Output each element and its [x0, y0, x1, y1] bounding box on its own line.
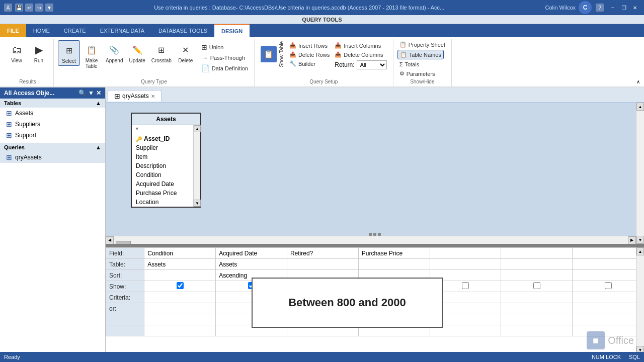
- customize-icon[interactable]: ▼: [45, 4, 53, 12]
- delete-columns-button[interactable]: 📤 Delete Columns: [333, 50, 388, 59]
- sort-cell-condition[interactable]: [144, 270, 216, 281]
- save-icon[interactable]: 💾: [15, 4, 23, 12]
- sort-cell-6[interactable]: [501, 270, 573, 281]
- assets-field-id[interactable]: 🔑 Asset_ID: [132, 134, 193, 143]
- table-cell-7[interactable]: [573, 259, 644, 270]
- criteria-cell-7[interactable]: [573, 292, 644, 303]
- show-cell-7[interactable]: [573, 281, 644, 292]
- show-checkbox-condition[interactable]: [177, 282, 184, 289]
- redo-icon[interactable]: ↪: [35, 4, 43, 12]
- sidebar-item-suppliers[interactable]: ⊞ Suppliers: [0, 119, 105, 130]
- view-button[interactable]: 🗂 View: [6, 40, 27, 65]
- tab-database-tools[interactable]: DATABASE TOOLS: [151, 24, 214, 37]
- field-cell-7[interactable]: [573, 248, 644, 259]
- or-cell-7[interactable]: [573, 303, 644, 314]
- field-cell-acquired-date[interactable]: Acquired Date: [216, 248, 287, 259]
- assets-field-item[interactable]: Item: [132, 152, 193, 161]
- insert-rows-button[interactable]: 📥 Insert Rows: [287, 41, 332, 50]
- parameters-button[interactable]: ⚙ Parameters: [397, 69, 437, 78]
- top-hscroll-right[interactable]: ▶: [628, 236, 636, 244]
- pass-through-button[interactable]: → Pass-Through: [199, 53, 250, 63]
- data-definition-button[interactable]: 📄 Data Definition: [199, 63, 250, 73]
- append-button[interactable]: 📎 Append: [103, 40, 125, 65]
- field-cell-6[interactable]: [501, 248, 573, 259]
- scroll-down-arrow[interactable]: ▼: [194, 200, 201, 207]
- collapse-ribbon-button[interactable]: ∧: [634, 77, 642, 85]
- tab-external-data[interactable]: EXTERNAL DATA: [93, 24, 151, 37]
- assets-field-all[interactable]: *: [132, 125, 193, 134]
- sort-cell-7[interactable]: [573, 270, 644, 281]
- scroll-up-arrow[interactable]: ▲: [194, 125, 201, 132]
- help-icon[interactable]: ?: [596, 4, 604, 12]
- or-cell-condition[interactable]: [144, 303, 216, 314]
- field-cell-5[interactable]: [430, 248, 501, 259]
- top-hscroll-thumb[interactable]: [116, 241, 131, 244]
- tab-close-icon[interactable]: ✕: [151, 94, 155, 99]
- show-cell-condition[interactable]: [144, 281, 216, 292]
- table-names-button[interactable]: 📋 Table Names: [397, 50, 444, 59]
- sidebar-item-qryassets[interactable]: ⊞ qryAssets: [0, 152, 105, 163]
- insert-columns-button[interactable]: 📥 Insert Columns: [333, 41, 388, 50]
- table-cell-condition[interactable]: Assets: [144, 259, 216, 270]
- update-button[interactable]: ✏️ Update: [126, 40, 147, 65]
- queries-section-header[interactable]: Queries ▲: [0, 143, 105, 152]
- field-cell-purchase-price[interactable]: Purchase Price: [358, 248, 430, 259]
- grid-vscroll-up[interactable]: ▲: [636, 247, 644, 255]
- show-cell-6[interactable]: [501, 281, 573, 292]
- crosstab-button[interactable]: ⊞ Crosstab: [149, 40, 174, 65]
- extra-cell-2-6[interactable]: [501, 325, 573, 336]
- show-checkbox-5[interactable]: [462, 282, 469, 289]
- tab-home[interactable]: HOME: [26, 24, 57, 37]
- field-cell-condition[interactable]: Condition: [144, 248, 216, 259]
- field-cell-retired[interactable]: Retired?: [287, 248, 358, 259]
- assets-field-acquired-date[interactable]: Acquired Date: [132, 179, 193, 189]
- select-button[interactable]: ⊞ Select: [58, 40, 80, 66]
- property-sheet-button[interactable]: 📋 Property Sheet: [397, 40, 447, 49]
- top-vscroll-down[interactable]: ▼: [636, 236, 644, 244]
- table-cell-6[interactable]: [501, 259, 573, 270]
- top-hscroll-left[interactable]: ◀: [106, 236, 114, 244]
- sidebar-menu-icon[interactable]: ▼: [88, 89, 94, 97]
- tables-section-header[interactable]: Tables ▲: [0, 99, 105, 108]
- totals-button[interactable]: Σ Totals: [397, 60, 422, 68]
- table-cell-purchase-price[interactable]: [358, 259, 430, 270]
- return-select[interactable]: All 5 25: [357, 60, 387, 69]
- tab-design[interactable]: DESIGN: [214, 24, 250, 37]
- criteria-cell-condition[interactable]: [144, 292, 216, 303]
- restore-button[interactable]: ❐: [619, 3, 629, 12]
- criteria-cell-6[interactable]: [501, 292, 573, 303]
- minimize-button[interactable]: −: [608, 3, 618, 12]
- sidebar-item-assets[interactable]: ⊞ Assets: [0, 108, 105, 119]
- or-cell-6[interactable]: [501, 303, 573, 314]
- run-button[interactable]: ▶ Run: [28, 40, 49, 65]
- show-checkbox-7[interactable]: [605, 282, 612, 289]
- assets-field-supplier[interactable]: Supplier: [132, 143, 193, 152]
- assets-field-purchase-price[interactable]: Purchase Price: [132, 189, 193, 198]
- union-button[interactable]: ⊞ Union: [199, 42, 250, 52]
- table-cell-retired[interactable]: [287, 259, 358, 270]
- make-table-button[interactable]: 📋 MakeTable: [81, 40, 102, 70]
- delete-rows-button[interactable]: 📤 Delete Rows: [287, 50, 332, 59]
- builder-button[interactable]: 🔧 Builder: [287, 59, 332, 68]
- assets-field-condition[interactable]: Condition: [132, 170, 193, 179]
- assets-field-description[interactable]: Description: [132, 161, 193, 170]
- tab-qryassets[interactable]: ⊞ qryAssets ✕: [108, 90, 162, 102]
- sidebar-search-icon[interactable]: 🔍: [78, 89, 86, 97]
- extra-cell-1-7[interactable]: [573, 314, 644, 325]
- app-icon[interactable]: A: [4, 4, 12, 12]
- sidebar-close-icon[interactable]: ✕: [96, 89, 101, 97]
- tab-file[interactable]: FILE: [0, 24, 26, 37]
- extra-cell-2-1[interactable]: [144, 325, 216, 336]
- undo-icon[interactable]: ↩: [25, 4, 33, 12]
- close-button[interactable]: ✕: [630, 3, 640, 12]
- top-vscroll-up[interactable]: ▲: [636, 103, 644, 111]
- table-cell-acquired-date[interactable]: Assets: [216, 259, 287, 270]
- delete-button[interactable]: ✕ Delete: [175, 40, 196, 65]
- extra-cell-1-1[interactable]: [144, 314, 216, 325]
- sidebar-item-support[interactable]: ⊞ Support: [0, 130, 105, 141]
- table-cell-5[interactable]: [430, 259, 501, 270]
- assets-field-location[interactable]: Location: [132, 198, 193, 207]
- tab-create[interactable]: CREATE: [57, 24, 93, 37]
- extra-cell-1-6[interactable]: [501, 314, 573, 325]
- show-checkbox-6[interactable]: [533, 282, 540, 289]
